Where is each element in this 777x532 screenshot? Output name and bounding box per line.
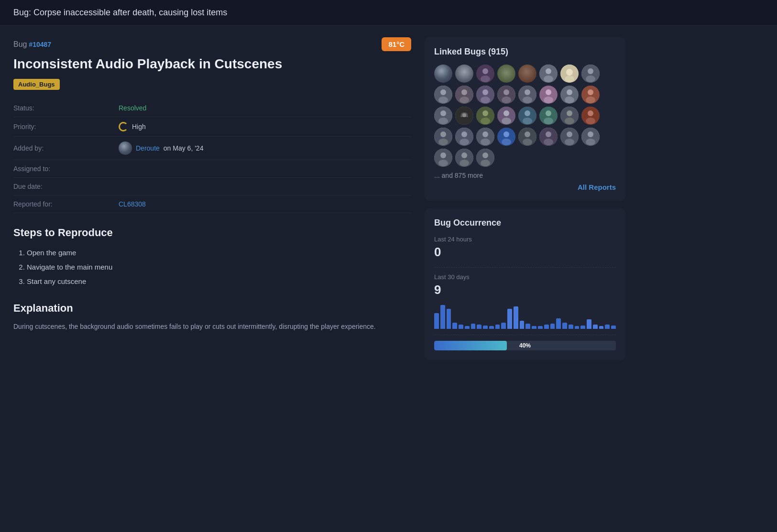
bug-label: Bug [13, 40, 27, 48]
avatar [434, 128, 452, 146]
added-by-date: on May 6, '24 [164, 144, 204, 152]
bar-item [447, 309, 451, 329]
all-reports-button[interactable]: All Reports [578, 183, 616, 191]
explanation-text: During cutscenes, the background audio s… [13, 321, 411, 333]
bar-item [501, 323, 506, 329]
bar-item [544, 325, 549, 329]
bar-item [489, 326, 494, 329]
bug-occurrence-card: Bug Occurrence Last 24 hours 0 Last 30 d… [425, 208, 625, 360]
bar-item [483, 326, 488, 329]
svg-point-55 [565, 118, 574, 124]
bar-item [452, 323, 457, 329]
added-by-avatar [119, 141, 132, 155]
progress-fill [434, 341, 507, 350]
bug-occurrence-title: Bug Occurrence [434, 218, 616, 228]
bar-item [477, 325, 482, 329]
svg-point-29 [544, 97, 553, 103]
last-24h-label: Last 24 hours [434, 236, 616, 243]
bar-item [465, 326, 470, 329]
avatar [539, 107, 558, 125]
added-by-user[interactable]: Deroute [136, 144, 160, 152]
divider [434, 267, 616, 268]
svg-point-66 [482, 131, 488, 137]
svg-point-22 [503, 89, 509, 95]
svg-point-57 [588, 110, 593, 116]
avatar [455, 65, 473, 83]
bar-item [593, 325, 598, 329]
svg-point-1 [482, 68, 488, 74]
bar-item [471, 324, 476, 329]
added-by-label: Added by: [13, 144, 119, 152]
avatar [476, 128, 494, 146]
added-by-value: Deroute on May 6, '24 [119, 141, 203, 155]
last-30d-section: Last 30 days 9 [434, 273, 616, 297]
avatars-grid [434, 65, 616, 167]
list-item: Start any cutscene [27, 274, 411, 289]
linked-bugs-title: Linked Bugs (915) [434, 47, 616, 57]
svg-point-70 [502, 139, 511, 145]
explanation-title: Explanation [13, 302, 411, 315]
svg-point-2 [481, 76, 490, 82]
avatar [455, 128, 473, 146]
bar-item [538, 326, 543, 329]
progress-bar-container: 40% [434, 341, 616, 350]
svg-point-28 [546, 89, 551, 95]
avatar [476, 149, 494, 167]
avatar [497, 107, 515, 125]
svg-point-52 [544, 118, 553, 124]
bar-item [459, 325, 463, 329]
svg-point-13 [440, 89, 446, 95]
bar-item [599, 326, 604, 329]
bar-item [550, 324, 555, 329]
svg-point-69 [503, 131, 509, 137]
and-more-text: ... and 875 more [434, 172, 616, 179]
bug-title: Inconsistent Audio Playback in Cutscenes [13, 56, 411, 72]
avatar [455, 149, 473, 167]
bar-item [587, 319, 591, 329]
bar-item [562, 323, 567, 329]
svg-point-67 [481, 139, 490, 145]
bar-item [434, 313, 439, 329]
svg-point-40 [462, 113, 466, 117]
svg-point-72 [525, 131, 530, 137]
reported-for-cl[interactable]: CL68308 [119, 200, 146, 208]
status-label: Status: [13, 104, 119, 112]
svg-point-7 [566, 69, 573, 76]
field-status: Status: Resolved [13, 99, 411, 117]
svg-point-48 [525, 110, 530, 116]
reported-for-label: Reported for: [13, 200, 119, 208]
field-due-date: Due date: [13, 178, 411, 195]
priority-value: High [119, 122, 146, 131]
svg-point-25 [525, 89, 530, 95]
svg-point-14 [438, 97, 448, 103]
svg-point-73 [523, 139, 532, 145]
svg-point-90 [482, 152, 488, 158]
all-reports-container: All Reports [434, 185, 616, 191]
svg-point-84 [440, 152, 446, 158]
avatar [434, 107, 452, 125]
bug-meta-row: Bug #10487 81°C [13, 37, 411, 51]
svg-point-38 [438, 118, 448, 124]
svg-point-46 [502, 118, 511, 124]
avatar [539, 65, 558, 83]
bar-item [575, 326, 580, 329]
svg-point-34 [588, 89, 593, 95]
bug-id-section: Bug #10487 [13, 40, 51, 49]
avatar [434, 86, 452, 104]
last-30d-label: Last 30 days [434, 273, 616, 281]
avatar [560, 128, 579, 146]
priority-text: High [132, 123, 146, 130]
svg-point-42 [482, 110, 488, 116]
svg-point-82 [586, 139, 595, 145]
svg-point-61 [438, 139, 448, 145]
avatar [518, 128, 536, 146]
bar-item [569, 325, 573, 329]
svg-point-35 [586, 97, 595, 103]
svg-point-8 [565, 76, 574, 82]
linked-bugs-card: Linked Bugs (915) [425, 37, 625, 201]
avatar [455, 107, 473, 125]
bar-item [611, 326, 616, 329]
svg-point-58 [586, 118, 595, 124]
top-bar-title: Bug: Corpse inaccessible after death, ca… [13, 8, 227, 17]
top-bar: Bug: Corpse inaccessible after death, ca… [0, 0, 777, 26]
